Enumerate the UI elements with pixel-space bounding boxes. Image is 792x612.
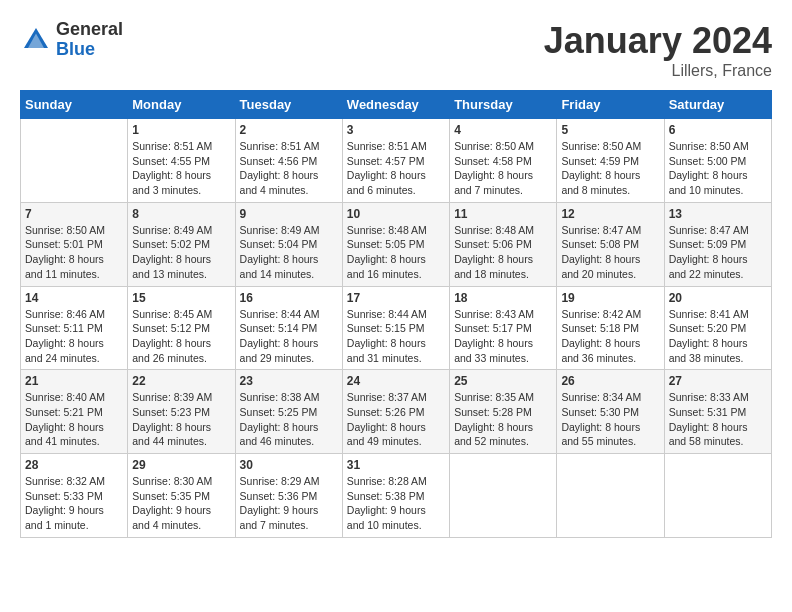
weekday-header: Thursday	[450, 91, 557, 119]
calendar-cell: 2Sunrise: 8:51 AMSunset: 4:56 PMDaylight…	[235, 119, 342, 203]
day-detail: Sunrise: 8:45 AMSunset: 5:12 PMDaylight:…	[132, 307, 230, 366]
day-number: 27	[669, 374, 767, 388]
calendar-cell: 1Sunrise: 8:51 AMSunset: 4:55 PMDaylight…	[128, 119, 235, 203]
calendar-cell: 12Sunrise: 8:47 AMSunset: 5:08 PMDayligh…	[557, 202, 664, 286]
calendar-cell: 15Sunrise: 8:45 AMSunset: 5:12 PMDayligh…	[128, 286, 235, 370]
calendar-week-row: 21Sunrise: 8:40 AMSunset: 5:21 PMDayligh…	[21, 370, 772, 454]
month-title: January 2024	[544, 20, 772, 62]
day-number: 9	[240, 207, 338, 221]
day-detail: Sunrise: 8:33 AMSunset: 5:31 PMDaylight:…	[669, 390, 767, 449]
day-detail: Sunrise: 8:51 AMSunset: 4:57 PMDaylight:…	[347, 139, 445, 198]
day-number: 17	[347, 291, 445, 305]
day-number: 20	[669, 291, 767, 305]
day-number: 28	[25, 458, 123, 472]
logo-icon	[20, 24, 52, 56]
calendar-cell: 11Sunrise: 8:48 AMSunset: 5:06 PMDayligh…	[450, 202, 557, 286]
calendar-cell: 9Sunrise: 8:49 AMSunset: 5:04 PMDaylight…	[235, 202, 342, 286]
day-detail: Sunrise: 8:40 AMSunset: 5:21 PMDaylight:…	[25, 390, 123, 449]
calendar-cell: 31Sunrise: 8:28 AMSunset: 5:38 PMDayligh…	[342, 454, 449, 538]
calendar-cell: 16Sunrise: 8:44 AMSunset: 5:14 PMDayligh…	[235, 286, 342, 370]
day-detail: Sunrise: 8:34 AMSunset: 5:30 PMDaylight:…	[561, 390, 659, 449]
day-number: 3	[347, 123, 445, 137]
day-detail: Sunrise: 8:37 AMSunset: 5:26 PMDaylight:…	[347, 390, 445, 449]
day-detail: Sunrise: 8:42 AMSunset: 5:18 PMDaylight:…	[561, 307, 659, 366]
day-detail: Sunrise: 8:51 AMSunset: 4:56 PMDaylight:…	[240, 139, 338, 198]
day-number: 24	[347, 374, 445, 388]
calendar-week-row: 7Sunrise: 8:50 AMSunset: 5:01 PMDaylight…	[21, 202, 772, 286]
calendar-cell: 21Sunrise: 8:40 AMSunset: 5:21 PMDayligh…	[21, 370, 128, 454]
weekday-header: Friday	[557, 91, 664, 119]
day-number: 13	[669, 207, 767, 221]
calendar-cell: 23Sunrise: 8:38 AMSunset: 5:25 PMDayligh…	[235, 370, 342, 454]
calendar-cell: 22Sunrise: 8:39 AMSunset: 5:23 PMDayligh…	[128, 370, 235, 454]
calendar-cell: 28Sunrise: 8:32 AMSunset: 5:33 PMDayligh…	[21, 454, 128, 538]
calendar-cell	[557, 454, 664, 538]
day-number: 2	[240, 123, 338, 137]
calendar-cell: 17Sunrise: 8:44 AMSunset: 5:15 PMDayligh…	[342, 286, 449, 370]
calendar-cell: 18Sunrise: 8:43 AMSunset: 5:17 PMDayligh…	[450, 286, 557, 370]
calendar-cell: 4Sunrise: 8:50 AMSunset: 4:58 PMDaylight…	[450, 119, 557, 203]
calendar-cell: 14Sunrise: 8:46 AMSunset: 5:11 PMDayligh…	[21, 286, 128, 370]
day-number: 22	[132, 374, 230, 388]
day-number: 12	[561, 207, 659, 221]
day-number: 29	[132, 458, 230, 472]
location: Lillers, France	[544, 62, 772, 80]
calendar-cell: 3Sunrise: 8:51 AMSunset: 4:57 PMDaylight…	[342, 119, 449, 203]
weekday-header: Tuesday	[235, 91, 342, 119]
day-detail: Sunrise: 8:44 AMSunset: 5:14 PMDaylight:…	[240, 307, 338, 366]
day-number: 4	[454, 123, 552, 137]
day-detail: Sunrise: 8:46 AMSunset: 5:11 PMDaylight:…	[25, 307, 123, 366]
calendar-cell: 8Sunrise: 8:49 AMSunset: 5:02 PMDaylight…	[128, 202, 235, 286]
day-number: 1	[132, 123, 230, 137]
calendar-cell: 20Sunrise: 8:41 AMSunset: 5:20 PMDayligh…	[664, 286, 771, 370]
title-block: January 2024 Lillers, France	[544, 20, 772, 80]
calendar-cell	[664, 454, 771, 538]
day-number: 7	[25, 207, 123, 221]
day-detail: Sunrise: 8:48 AMSunset: 5:05 PMDaylight:…	[347, 223, 445, 282]
calendar-cell: 10Sunrise: 8:48 AMSunset: 5:05 PMDayligh…	[342, 202, 449, 286]
weekday-header: Sunday	[21, 91, 128, 119]
calendar-cell: 30Sunrise: 8:29 AMSunset: 5:36 PMDayligh…	[235, 454, 342, 538]
day-detail: Sunrise: 8:50 AMSunset: 5:01 PMDaylight:…	[25, 223, 123, 282]
day-detail: Sunrise: 8:39 AMSunset: 5:23 PMDaylight:…	[132, 390, 230, 449]
day-number: 26	[561, 374, 659, 388]
logo-blue: Blue	[56, 40, 123, 60]
day-number: 18	[454, 291, 552, 305]
calendar-cell: 5Sunrise: 8:50 AMSunset: 4:59 PMDaylight…	[557, 119, 664, 203]
day-detail: Sunrise: 8:35 AMSunset: 5:28 PMDaylight:…	[454, 390, 552, 449]
weekday-header-row: SundayMondayTuesdayWednesdayThursdayFrid…	[21, 91, 772, 119]
calendar-cell	[21, 119, 128, 203]
day-number: 23	[240, 374, 338, 388]
day-number: 8	[132, 207, 230, 221]
day-detail: Sunrise: 8:49 AMSunset: 5:02 PMDaylight:…	[132, 223, 230, 282]
day-number: 21	[25, 374, 123, 388]
day-detail: Sunrise: 8:43 AMSunset: 5:17 PMDaylight:…	[454, 307, 552, 366]
logo-general: General	[56, 20, 123, 40]
day-number: 30	[240, 458, 338, 472]
logo-text: General Blue	[56, 20, 123, 60]
day-detail: Sunrise: 8:50 AMSunset: 4:59 PMDaylight:…	[561, 139, 659, 198]
day-number: 14	[25, 291, 123, 305]
day-detail: Sunrise: 8:48 AMSunset: 5:06 PMDaylight:…	[454, 223, 552, 282]
logo: General Blue	[20, 20, 123, 60]
day-detail: Sunrise: 8:47 AMSunset: 5:08 PMDaylight:…	[561, 223, 659, 282]
calendar-week-row: 14Sunrise: 8:46 AMSunset: 5:11 PMDayligh…	[21, 286, 772, 370]
day-detail: Sunrise: 8:38 AMSunset: 5:25 PMDaylight:…	[240, 390, 338, 449]
day-detail: Sunrise: 8:47 AMSunset: 5:09 PMDaylight:…	[669, 223, 767, 282]
day-number: 15	[132, 291, 230, 305]
day-detail: Sunrise: 8:32 AMSunset: 5:33 PMDaylight:…	[25, 474, 123, 533]
day-number: 6	[669, 123, 767, 137]
day-detail: Sunrise: 8:49 AMSunset: 5:04 PMDaylight:…	[240, 223, 338, 282]
calendar-week-row: 28Sunrise: 8:32 AMSunset: 5:33 PMDayligh…	[21, 454, 772, 538]
day-detail: Sunrise: 8:29 AMSunset: 5:36 PMDaylight:…	[240, 474, 338, 533]
day-number: 10	[347, 207, 445, 221]
day-detail: Sunrise: 8:50 AMSunset: 4:58 PMDaylight:…	[454, 139, 552, 198]
weekday-header: Saturday	[664, 91, 771, 119]
calendar-cell: 24Sunrise: 8:37 AMSunset: 5:26 PMDayligh…	[342, 370, 449, 454]
calendar-cell: 6Sunrise: 8:50 AMSunset: 5:00 PMDaylight…	[664, 119, 771, 203]
page-header: General Blue January 2024 Lillers, Franc…	[20, 20, 772, 80]
calendar-week-row: 1Sunrise: 8:51 AMSunset: 4:55 PMDaylight…	[21, 119, 772, 203]
calendar-header: SundayMondayTuesdayWednesdayThursdayFrid…	[21, 91, 772, 119]
day-number: 16	[240, 291, 338, 305]
calendar-cell: 19Sunrise: 8:42 AMSunset: 5:18 PMDayligh…	[557, 286, 664, 370]
